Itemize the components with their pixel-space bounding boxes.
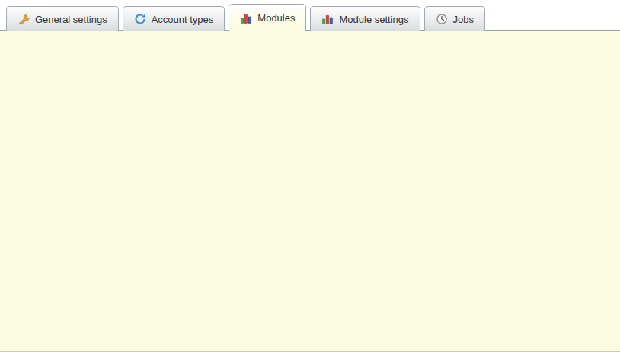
tab-label: Jobs — [453, 14, 474, 25]
tab-bar: General settings Account types Modules M… — [6, 4, 485, 31]
tab-general-settings[interactable]: General settings — [6, 6, 119, 31]
tab-label: Account types — [152, 14, 214, 25]
tab-jobs[interactable]: Jobs — [424, 6, 485, 31]
chart-icon — [321, 13, 334, 25]
tab-account-types[interactable]: Account types — [123, 6, 225, 31]
sync-icon — [134, 13, 146, 25]
chart-icon — [240, 12, 252, 24]
content-panel — [0, 30, 620, 352]
clock-icon — [436, 13, 448, 25]
tab-label: Module settings — [339, 14, 408, 25]
tab-label: Modules — [257, 12, 295, 24]
tab-modules[interactable]: Modules — [229, 4, 306, 31]
tab-label: General settings — [35, 14, 107, 25]
tab-module-settings[interactable]: Module settings — [310, 6, 420, 31]
lam-configuration-page: General settings Account types Modules M… — [0, 0, 620, 364]
wrench-icon — [18, 13, 30, 25]
